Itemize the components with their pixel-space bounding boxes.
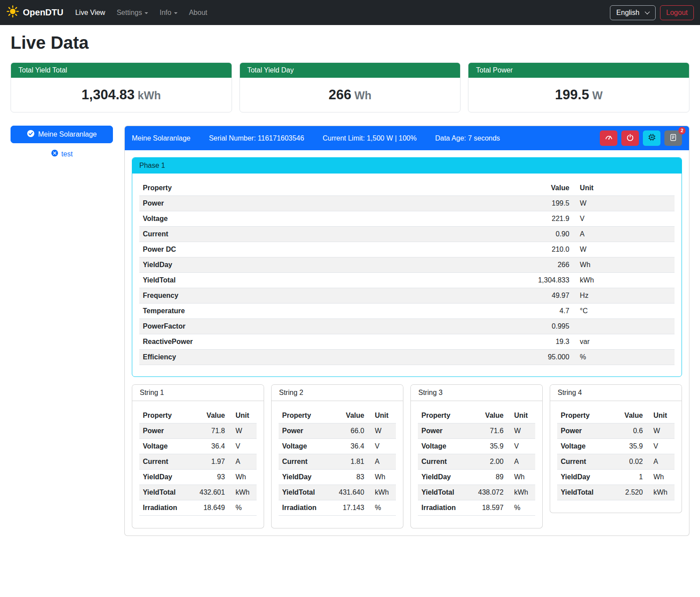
table-header-row: Property Value Unit [418, 408, 535, 423]
nav-item-info[interactable]: Info [154, 5, 183, 20]
unit-cell: % [573, 350, 675, 365]
property-cell: Power [139, 196, 471, 211]
inverter-link-test[interactable]: test [62, 150, 73, 158]
property-cell: Current [139, 227, 471, 242]
value-cell: 210.0 [471, 242, 573, 257]
value-cell: 266 [471, 257, 573, 273]
property-cell: Voltage [418, 439, 471, 454]
col-property: Property [279, 408, 331, 423]
table-row: Current 1.97 A [139, 454, 257, 470]
nav-item-settings[interactable]: Settings [111, 5, 154, 20]
card-title: Total Yield Total [11, 63, 232, 78]
unit-cell: A [228, 454, 257, 470]
device-info-button[interactable] [643, 130, 660, 146]
property-cell: Frequency [139, 288, 471, 304]
property-cell: Voltage [139, 211, 471, 227]
value-cell: 1.97 [192, 454, 228, 470]
table-row: YieldTotal 438.072 kWh [418, 485, 535, 500]
table-header-row: Property Value Unit [139, 181, 675, 196]
property-cell: YieldTotal [279, 485, 331, 500]
unit-cell: Wh [573, 257, 675, 273]
unit-cell: Hz [573, 288, 675, 304]
unit-cell: kWh [228, 485, 257, 500]
unit-cell: W [368, 423, 396, 439]
property-cell: ReactivePower [139, 334, 471, 350]
property-cell: Voltage [557, 439, 610, 454]
nav-item-about[interactable]: About [183, 5, 213, 20]
inverter-item-test: test [11, 149, 113, 159]
property-cell: Power [139, 423, 192, 439]
table-row: Voltage 35.9 V [557, 439, 675, 454]
unit-cell: % [228, 500, 257, 516]
string-title: String 2 [272, 385, 403, 401]
unit-cell: kWh [646, 485, 675, 500]
property-cell: Irradiation [139, 500, 192, 516]
table-row: YieldDay 266 Wh [139, 257, 675, 273]
value-cell: 19.3 [471, 334, 573, 350]
unit-cell: W [573, 196, 675, 211]
table-header-row: Property Value Unit [279, 408, 396, 423]
unit-cell: W [646, 423, 675, 439]
value-cell: 17.143 [331, 500, 368, 516]
property-cell: YieldTotal [139, 273, 471, 288]
string-4-panel: String 4 Property Value Unit [550, 384, 682, 513]
col-value: Value [471, 181, 573, 196]
table-row: Power 71.6 W [418, 423, 535, 439]
table-row: Irradiation 18.649 % [139, 500, 257, 516]
col-unit: Unit [228, 408, 257, 423]
col-property: Property [139, 181, 471, 196]
table-row: YieldDay 1 Wh [557, 470, 675, 485]
inverter-header: Meine Solaranlage Serial Number: 1161716… [125, 126, 689, 150]
property-cell: Voltage [279, 439, 331, 454]
card-value: 199.5 [555, 87, 589, 102]
string-3-table-body: Power 71.6 W Voltage 35.9 V [418, 423, 535, 516]
value-cell: 2.520 [610, 485, 646, 500]
inverter-data-age: Data Age: 7 seconds [435, 134, 500, 142]
unit-cell: Wh [646, 470, 675, 485]
col-unit: Unit [646, 408, 675, 423]
value-cell: 2.00 [471, 454, 507, 470]
card-total-yield-total: Total Yield Total 1,304.83kWh [11, 62, 232, 112]
event-log-button[interactable]: 2 [664, 130, 682, 146]
table-row: Voltage 36.4 V [139, 439, 257, 454]
unit-cell: A [646, 454, 675, 470]
table-row: YieldDay 83 Wh [279, 470, 396, 485]
language-select[interactable]: English [610, 5, 656, 20]
brand[interactable]: OpenDTU [6, 5, 63, 20]
table-row: Voltage 35.9 V [418, 439, 535, 454]
gauge-icon [605, 133, 613, 143]
limit-settings-button[interactable] [600, 130, 617, 146]
value-cell: 18.649 [192, 500, 228, 516]
power-settings-button[interactable] [621, 130, 639, 146]
value-cell: 35.9 [610, 439, 646, 454]
table-row: Current 0.02 A [557, 454, 675, 470]
logout-button[interactable]: Logout [660, 5, 694, 20]
string-1-panel: String 1 Property Value Unit [132, 384, 264, 528]
unit-cell: V [228, 439, 257, 454]
table-row: PowerFactor 0.995 [139, 319, 675, 334]
sun-icon [6, 5, 19, 20]
col-value: Value [192, 408, 228, 423]
inverter-select-button[interactable]: Meine Solaranlage [11, 126, 113, 143]
unit-cell: kWh [573, 273, 675, 288]
chevron-down-icon [174, 12, 178, 14]
phase-table-body: Power 199.5 W Voltage 221.9 V [139, 196, 675, 365]
table-row: ReactivePower 19.3 var [139, 334, 675, 350]
property-cell: PowerFactor [139, 319, 471, 334]
property-cell: YieldDay [139, 470, 192, 485]
nav-links: Live View Settings Info About [69, 5, 213, 20]
table-row: Temperature 4.7 °C [139, 304, 675, 319]
table-header-row: Property Value Unit [557, 408, 675, 423]
property-cell: Irradiation [279, 500, 331, 516]
value-cell: 0.995 [471, 319, 573, 334]
value-cell: 438.072 [471, 485, 507, 500]
table-row: Current 1.81 A [279, 454, 396, 470]
nav-item-live-view[interactable]: Live View [69, 5, 111, 20]
string-1-table: Property Value Unit Power [139, 408, 257, 516]
unit-cell: kWh [368, 485, 396, 500]
string-title: String 3 [411, 385, 542, 401]
summary-cards: Total Yield Total 1,304.83kWh Total Yiel… [11, 62, 689, 112]
card-title: Total Power [468, 63, 689, 78]
unit-cell: W [507, 423, 535, 439]
string-3-table: Property Value Unit Power [418, 408, 535, 516]
